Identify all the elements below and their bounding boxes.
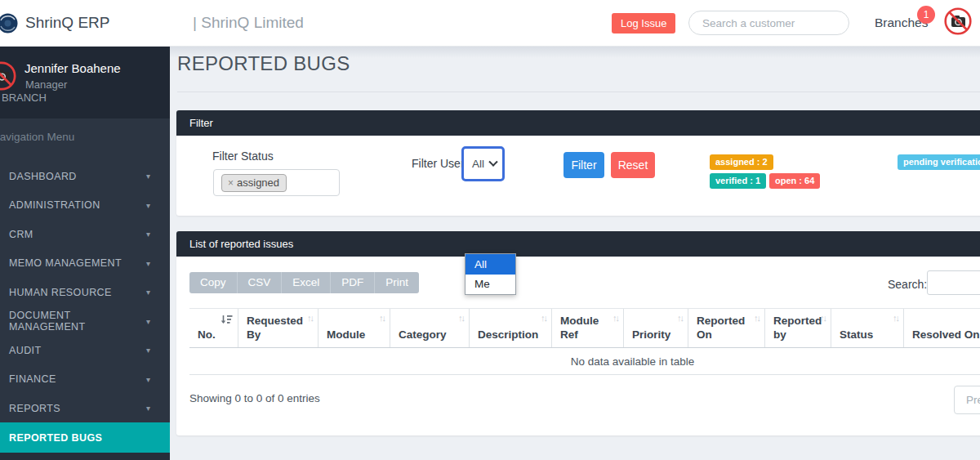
sidebar-user-panel: Jennifer Boahene Manager BRANCH bbox=[0, 47, 170, 118]
table-search-input[interactable] bbox=[927, 270, 980, 295]
reported-issues-panel: List of reported issues Copy CSV Excel P… bbox=[176, 231, 980, 435]
sort-icon: ↑↓ bbox=[458, 313, 464, 323]
caret-down-icon: ▾ bbox=[146, 346, 150, 355]
caret-down-icon: ▾ bbox=[146, 404, 150, 413]
pdf-button[interactable]: PDF bbox=[331, 272, 375, 293]
sidebar-item-memo-management[interactable]: MEMO MANAGEMENT▾ bbox=[0, 249, 170, 279]
column-header-module[interactable]: ↑↓Module bbox=[318, 309, 390, 347]
app-root: ShrinQ ERP | ShrinQ Limited Log Issue Br… bbox=[0, 0, 980, 460]
sidebar-nav: DASHBOARD▾ ADMINISTRATION▾ CRM▾ MEMO MAN… bbox=[0, 162, 170, 423]
filter-panel-body: Filter Status ×assigned Filter User All … bbox=[176, 136, 980, 216]
main-content: REPORTED BUGS Filter Filter Status ×assi… bbox=[170, 47, 980, 460]
caret-down-icon: ▾ bbox=[146, 317, 150, 326]
sort-icon: ↑↓ bbox=[379, 313, 385, 323]
sidebar: Jennifer Boahene Manager BRANCH Navigati… bbox=[0, 47, 170, 460]
caret-down-icon: ▾ bbox=[146, 288, 150, 297]
user-avatar-no-camera-icon bbox=[0, 60, 17, 92]
column-header-description[interactable]: ↑↓Description bbox=[470, 309, 552, 347]
column-header-reported-by[interactable]: ↑↓Reported by bbox=[765, 309, 831, 347]
sidebar-item-document-management[interactable]: DOCUMENT MANAGEMENT▾ bbox=[0, 307, 170, 337]
navigation-menu-label: Navigation Menu bbox=[0, 131, 74, 143]
badge-verified: verified : 1 bbox=[710, 173, 766, 189]
branches-count-badge: 1 bbox=[917, 6, 935, 24]
table-header-row: No. ↑↓Requested By ↑↓Module ↑↓Category ↑… bbox=[189, 308, 980, 348]
dropdown-option-all[interactable]: All bbox=[466, 254, 515, 275]
sidebar-item-human-resource[interactable]: HUMAN RESOURCE▾ bbox=[0, 278, 170, 307]
copy-button[interactable]: Copy bbox=[189, 272, 238, 293]
user-name: Jennifer Boahene bbox=[24, 61, 121, 75]
filter-status-multiselect[interactable]: ×assigned bbox=[213, 169, 340, 196]
topbar: ShrinQ ERP | ShrinQ Limited Log Issue Br… bbox=[0, 0, 980, 47]
badge-assigned: assigned : 2 bbox=[710, 154, 773, 170]
badge-open: open : 64 bbox=[769, 173, 820, 189]
sidebar-footer-strip bbox=[0, 453, 170, 460]
column-header-resolved-on[interactable]: ↑↓Resolved On bbox=[904, 309, 980, 347]
company-name: | ShrinQ Limited bbox=[193, 14, 304, 32]
badge-pending-verification: pending verification : 3 bbox=[898, 154, 980, 170]
caret-down-icon: ▾ bbox=[146, 259, 150, 268]
filter-user-selected-value: All bbox=[472, 158, 484, 170]
caret-down-icon: ▾ bbox=[146, 172, 150, 181]
dropdown-option-me[interactable]: Me bbox=[466, 275, 515, 294]
excel-button[interactable]: Excel bbox=[282, 272, 331, 293]
caret-down-icon: ▾ bbox=[146, 201, 150, 210]
caret-down-icon: ▾ bbox=[146, 230, 150, 239]
page-title: REPORTED BUGS bbox=[177, 52, 350, 75]
table-info-text: Showing 0 to 0 of 0 entries bbox=[189, 392, 320, 404]
sidebar-item-finance[interactable]: FINANCE▾ bbox=[0, 365, 170, 395]
filter-status-label: Filter Status bbox=[212, 150, 274, 163]
app-title: ShrinQ ERP bbox=[25, 14, 109, 32]
sidebar-item-reported-bugs[interactable]: REPORTED BUGS bbox=[0, 422, 170, 453]
log-issue-button[interactable]: Log Issue bbox=[612, 13, 675, 33]
table-empty-message: No data available in table bbox=[189, 348, 980, 375]
export-button-group: Copy CSV Excel PDF Print bbox=[189, 272, 419, 293]
reset-button[interactable]: Reset bbox=[611, 152, 655, 178]
sort-icon: ↑↓ bbox=[893, 313, 898, 323]
chevron-down-icon bbox=[488, 157, 497, 166]
column-header-priority[interactable]: ↑↓Priority bbox=[624, 309, 688, 347]
filter-user-dropdown: All Me bbox=[465, 253, 516, 295]
user-role: Manager bbox=[25, 78, 67, 91]
print-button[interactable]: Print bbox=[375, 272, 419, 293]
user-branch: BRANCH bbox=[2, 92, 47, 104]
sidebar-item-administration[interactable]: ADMINISTRATION▾ bbox=[0, 191, 170, 221]
no-camera-icon[interactable] bbox=[943, 7, 973, 36]
csv-button[interactable]: CSV bbox=[238, 272, 283, 293]
status-tag-label: assigned bbox=[237, 176, 279, 189]
filter-user-select[interactable]: All bbox=[461, 146, 505, 181]
sort-icon: ↑↓ bbox=[541, 313, 546, 323]
column-header-requested-by[interactable]: ↑↓Requested By bbox=[238, 309, 318, 347]
reported-issues-panel-title: List of reported issues bbox=[176, 231, 980, 257]
filter-panel: Filter Filter Status ×assigned Filter Us… bbox=[176, 110, 980, 216]
pagination-previous-button[interactable]: Previous bbox=[954, 386, 980, 414]
sort-icon: ↑↓ bbox=[677, 313, 683, 323]
filter-panel-title: Filter bbox=[176, 110, 980, 136]
reported-issues-panel-body: Copy CSV Excel PDF Print Search: No. ↑↓R… bbox=[176, 257, 980, 435]
filter-button[interactable]: Filter bbox=[564, 152, 604, 178]
sidebar-item-audit[interactable]: AUDIT▾ bbox=[0, 336, 170, 365]
remove-tag-icon[interactable]: × bbox=[228, 177, 234, 189]
sort-descending-icon bbox=[220, 314, 233, 328]
title-divider bbox=[177, 92, 980, 92]
reported-issues-table: No. ↑↓Requested By ↑↓Module ↑↓Category ↑… bbox=[189, 308, 980, 375]
sidebar-item-reports[interactable]: REPORTS▾ bbox=[0, 394, 170, 423]
column-header-no[interactable]: No. bbox=[189, 309, 238, 347]
column-header-reported-on[interactable]: ↑↓Reported On bbox=[688, 309, 765, 347]
column-header-category[interactable]: ↑↓Category bbox=[390, 309, 470, 347]
table-search-label: Search: bbox=[888, 278, 927, 291]
filter-user-label: Filter User bbox=[412, 157, 465, 170]
status-badges: assigned : 2 verified : 1 open : 64 bbox=[710, 154, 832, 189]
app-logo-icon bbox=[0, 13, 18, 33]
column-header-status[interactable]: ↑↓Status bbox=[831, 309, 904, 347]
sidebar-item-crm[interactable]: CRM▾ bbox=[0, 220, 170, 249]
sidebar-item-dashboard[interactable]: DASHBOARD▾ bbox=[0, 162, 170, 191]
caret-down-icon: ▾ bbox=[146, 375, 150, 384]
customer-search-input[interactable] bbox=[688, 11, 849, 35]
status-tag-assigned: ×assigned bbox=[221, 174, 287, 192]
column-header-module-ref[interactable]: ↑↓Module Ref bbox=[552, 309, 624, 347]
